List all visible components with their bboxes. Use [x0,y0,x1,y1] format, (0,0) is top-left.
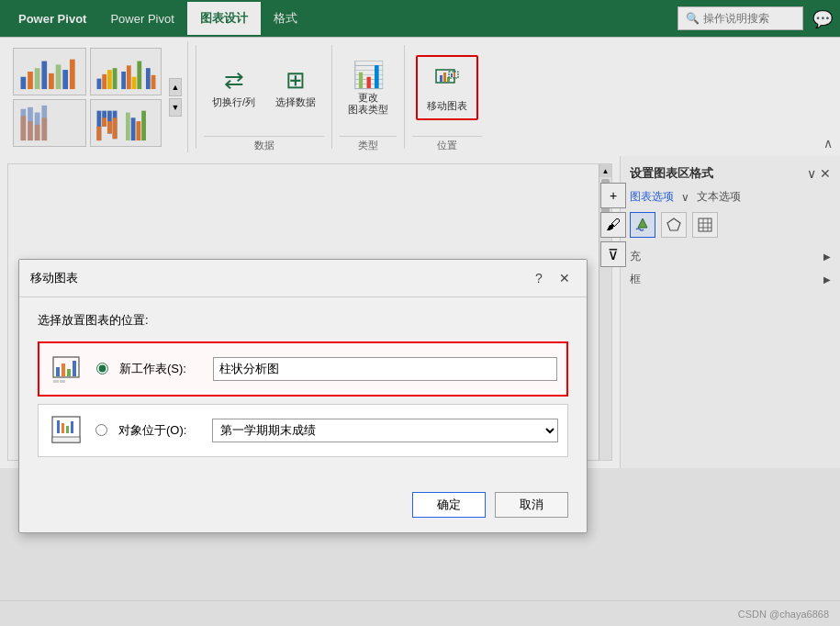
svg-rect-57 [60,380,65,383]
svg-rect-53 [62,363,65,376]
object-radio[interactable] [95,424,107,436]
ok-button[interactable]: 确定 [412,492,486,518]
svg-rect-59 [52,437,80,442]
svg-rect-54 [67,369,71,376]
new-sheet-input[interactable] [213,357,557,381]
svg-rect-62 [66,426,69,433]
object-label: 对象位于(O): [118,422,201,439]
dialog-prompt: 选择放置图表的位置: [38,312,568,329]
object-option-row: 对象位于(O): 第一学期期末成绩 [38,404,568,457]
dialog-controls: ? ✕ [528,267,576,289]
dialog-help-btn[interactable]: ? [528,267,550,289]
dialog-close-btn[interactable]: ✕ [554,267,576,289]
new-sheet-radio[interactable] [96,363,108,374]
cancel-button[interactable]: 取消 [495,492,568,518]
dialog-body: 选择放置图表的位置: 新工作表(S): [19,297,587,483]
svg-rect-61 [62,423,64,433]
svg-rect-63 [71,421,73,433]
dialog-title: 移动图表 [30,270,78,286]
svg-rect-56 [53,380,59,383]
dialog-titlebar: 移动图表 ? ✕ [19,260,587,297]
move-chart-dialog: 移动图表 ? ✕ 选择放置图表的位置: [18,259,588,533]
new-sheet-icon [49,351,85,387]
new-sheet-option-row: 新工作表(S): [38,341,568,397]
svg-rect-60 [57,420,60,433]
dialog-overlay: 移动图表 ? ✕ 选择放置图表的位置: [0,0,840,626]
object-icon [48,412,84,449]
svg-rect-52 [56,367,60,376]
svg-rect-55 [73,361,76,376]
dialog-footer: 确定 取消 [19,483,587,532]
object-select[interactable]: 第一学期期末成绩 [212,419,558,442]
new-sheet-label: 新工作表(S): [119,361,202,377]
